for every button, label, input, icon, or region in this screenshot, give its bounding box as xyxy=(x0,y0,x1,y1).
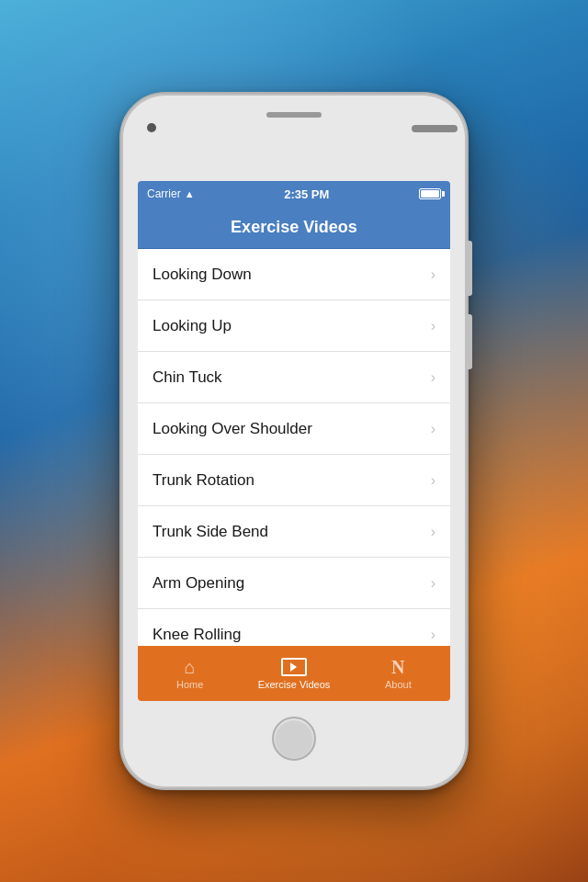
chevron-right-icon: › xyxy=(431,421,435,437)
list-item[interactable]: Arm Opening› xyxy=(138,558,450,609)
wifi-icon: ▲ xyxy=(185,188,195,199)
video-icon xyxy=(281,658,307,676)
tab-bar: ⌂ Home Exercise Videos N About xyxy=(138,646,450,701)
chevron-right-icon: › xyxy=(431,472,435,489)
chevron-right-icon: › xyxy=(431,369,435,386)
phone-frame: Carrier ▲ 2:35 PM Exercise Videos Lookin… xyxy=(119,92,469,790)
carrier-label: Carrier ▲ xyxy=(147,187,195,200)
chevron-right-icon: › xyxy=(431,524,435,540)
status-bar: Carrier ▲ 2:35 PM xyxy=(138,181,450,207)
chevron-right-icon: › xyxy=(431,627,435,643)
about-icon: N xyxy=(391,658,404,676)
carrier-text: Carrier xyxy=(147,187,181,200)
tab-about[interactable]: N About xyxy=(346,646,450,701)
home-icon: ⌂ xyxy=(185,658,196,676)
list-item[interactable]: Looking Up› xyxy=(138,300,450,352)
speaker-top xyxy=(412,125,458,132)
chevron-right-icon: › xyxy=(431,318,435,334)
list-item-label: Arm Opening xyxy=(153,574,244,593)
tab-home-label: Home xyxy=(176,679,203,690)
chevron-right-icon: › xyxy=(431,575,435,592)
list-item-label: Knee Rolling xyxy=(153,626,241,644)
list-item-label: Trunk Rotation xyxy=(153,471,254,490)
list-item-label: Looking Down xyxy=(153,266,252,284)
tab-exercise-videos[interactable]: Exercise Videos xyxy=(242,646,345,701)
list-item[interactable]: Knee Rolling› xyxy=(138,609,450,646)
list-item[interactable]: Looking Down› xyxy=(138,249,450,300)
exercise-list: Looking Down›Looking Up›Chin Tuck›Lookin… xyxy=(138,249,450,646)
battery-indicator xyxy=(419,188,441,199)
home-button[interactable] xyxy=(272,717,316,761)
list-item-label: Looking Over Shoulder xyxy=(153,420,312,438)
battery-fill xyxy=(421,190,439,198)
status-time: 2:35 PM xyxy=(284,187,329,201)
tab-about-label: About xyxy=(385,679,412,690)
list-item[interactable]: Trunk Side Bend› xyxy=(138,506,450,558)
tab-home[interactable]: ⌂ Home xyxy=(138,646,242,701)
list-item[interactable]: Chin Tuck› xyxy=(138,352,450,403)
speaker-slot xyxy=(266,112,322,118)
tab-exercise-label: Exercise Videos xyxy=(258,679,331,690)
list-item[interactable]: Looking Over Shoulder› xyxy=(138,403,450,455)
screen: Carrier ▲ 2:35 PM Exercise Videos Lookin… xyxy=(138,181,450,701)
list-item-label: Chin Tuck xyxy=(153,368,222,387)
list-item-label: Looking Up xyxy=(153,317,232,335)
battery-body xyxy=(419,188,441,199)
camera xyxy=(147,123,156,132)
list-item-label: Trunk Side Bend xyxy=(153,523,268,541)
navigation-bar: Exercise Videos xyxy=(138,207,450,249)
page-title: Exercise Videos xyxy=(231,218,357,237)
chevron-right-icon: › xyxy=(431,266,435,283)
list-item[interactable]: Trunk Rotation› xyxy=(138,455,450,506)
